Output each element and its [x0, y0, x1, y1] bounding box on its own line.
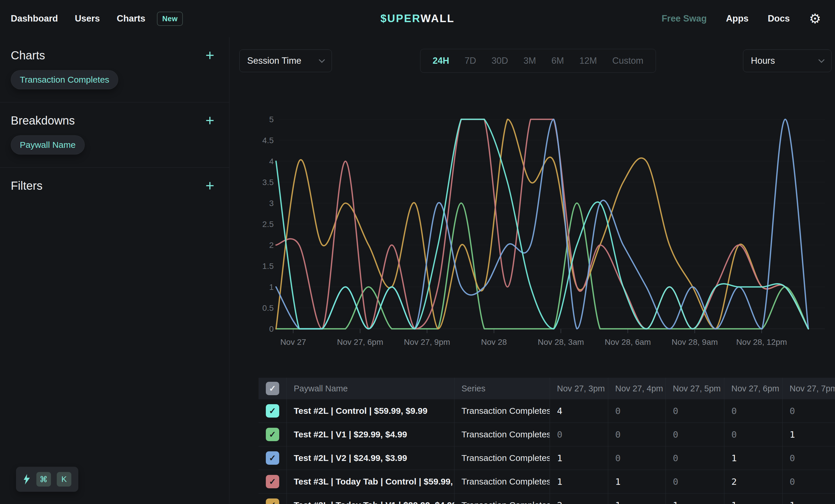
x-axis-tick-label: Nov 27, 6pm	[337, 338, 383, 346]
breakdowns-section-title: Breakdowns	[11, 114, 75, 127]
value-cell: 1	[608, 493, 666, 504]
y-axis-tick-label: 5	[269, 115, 274, 124]
value-cell: 0	[666, 446, 724, 470]
value-cell: 1	[550, 470, 608, 493]
metric-select[interactable]: Session Time	[239, 49, 332, 72]
value-cell: 1	[782, 423, 835, 446]
row-checkbox[interactable]: ✓	[266, 451, 279, 465]
range-tab-7d[interactable]: 7D	[465, 56, 476, 66]
chip-transaction-completes[interactable]: Transaction Completes	[11, 70, 118, 89]
y-axis-tick-label: 2.5	[262, 220, 274, 229]
chevron-down-icon	[319, 57, 325, 63]
row-checkbox[interactable]: ✓	[266, 428, 279, 441]
cmd-key: ⌘	[36, 472, 51, 486]
unit-select[interactable]: Hours	[743, 49, 832, 72]
value-cell: 0	[608, 446, 666, 470]
series-cell: Transaction Completes	[454, 446, 550, 470]
y-axis-tick-label: 1	[269, 282, 274, 292]
row-checkbox-cell: ✓	[259, 446, 286, 470]
y-axis-tick-label: 3	[269, 199, 274, 208]
session-time-chart: 00.511.522.533.544.55Nov 27Nov 27, 6pmNo…	[259, 105, 835, 355]
nav-item-charts[interactable]: Charts	[117, 14, 145, 24]
range-tab-6m[interactable]: 6M	[551, 56, 564, 66]
value-cell: 0	[724, 399, 782, 422]
add-filter-button plus-icon[interactable]: +	[206, 180, 218, 192]
y-axis-tick-label: 4	[269, 157, 274, 166]
superwall-logo: $UPERWALL	[381, 13, 455, 25]
value-cell: 0	[666, 399, 724, 422]
gear-icon[interactable]: ⚙	[809, 12, 821, 25]
select-all-checkbox[interactable]: ✓	[266, 382, 279, 395]
sidebar-section-breakdowns: Breakdowns + Paywall Name	[0, 102, 229, 168]
x-axis-tick-label: Nov 27	[280, 338, 306, 346]
x-axis-tick-label: Nov 28, 3am	[538, 338, 584, 346]
nav-item-apps[interactable]: Apps	[726, 14, 749, 24]
value-cell: 0	[608, 423, 666, 446]
table-row[interactable]: ✓Test #2L | V1 | $29.99, $4.99Transactio…	[259, 423, 835, 446]
nav-item-free-swag[interactable]: Free Swag	[661, 14, 707, 24]
value-cell: 0	[724, 423, 782, 446]
value-cell: 0	[666, 470, 724, 493]
value-cell: 2	[550, 493, 608, 504]
row-checkbox[interactable]: ✓	[266, 404, 279, 418]
range-tab-24h[interactable]: 24H	[433, 56, 449, 66]
value-cell: 0	[782, 470, 835, 493]
series-cell: Transaction Completes	[454, 399, 550, 422]
x-axis-tick-label: Nov 28, 9am	[672, 338, 718, 346]
row-checkbox-cell: ✓	[259, 493, 286, 504]
row-checkbox-cell: ✓	[259, 399, 286, 422]
sidebar-section-charts: Charts + Transaction Completes	[0, 37, 229, 102]
value-cell: 1	[608, 470, 666, 493]
x-axis-tick-label: Nov 27, 9pm	[404, 338, 450, 346]
table-header-series: Series	[454, 378, 550, 399]
nav-item-users[interactable]: Users	[75, 14, 100, 24]
table-row[interactable]: ✓Test #2L | V2 | $24.99, $3.99Transactio…	[259, 446, 835, 470]
value-cell: 0	[550, 423, 608, 446]
range-tabs: 24H7D30D3M6M12MCustom	[420, 49, 656, 73]
series-cell: Transaction Completes	[454, 470, 550, 493]
value-cell: 4	[550, 399, 608, 422]
value-cell: 0	[666, 423, 724, 446]
range-tab-30d[interactable]: 30D	[491, 56, 508, 66]
paywall-name-cell: Test #2L | V2 | $24.99, $3.99	[286, 446, 454, 470]
table-body: ✓Test #2L | Control | $59.99, $9.99Trans…	[259, 399, 835, 504]
row-checkbox-cell: ✓	[259, 423, 286, 446]
nav-left: Dashboard Users Charts New	[11, 12, 183, 26]
value-cell: 0	[782, 446, 835, 470]
nav-item-docs[interactable]: Docs	[768, 14, 790, 24]
value-cell: 2	[724, 470, 782, 493]
paywall-name-cell: Test #2L | Control | $59.99, $9.99	[286, 399, 454, 422]
sidebar-section-filters: Filters +	[0, 168, 229, 205]
table-row[interactable]: ✓Test #3L | Today Tab | Control | $59.99…	[259, 470, 835, 493]
paywall-name-cell: Test #3L | Today Tab | V1 | $29.99, $4.9…	[286, 493, 454, 504]
table-row[interactable]: ✓Test #2L | Control | $59.99, $9.99Trans…	[259, 399, 835, 423]
table-header-time-1: Nov 27, 3pm	[550, 378, 608, 399]
range-tab-3m[interactable]: 3M	[524, 56, 536, 66]
add-chart-button plus-icon[interactable]: +	[206, 49, 218, 62]
top-nav: Dashboard Users Charts New $UPERWALL Fre…	[0, 0, 835, 37]
x-axis-tick-label: Nov 28	[481, 338, 507, 346]
table-row[interactable]: ✓Test #3L | Today Tab | V1 | $29.99, $4.…	[259, 493, 835, 504]
value-cell: 0	[782, 399, 835, 422]
series-cell: Transaction Completes	[454, 423, 550, 446]
y-axis-tick-label: 2	[269, 240, 274, 250]
charts-section-title: Charts	[11, 49, 45, 62]
row-checkbox[interactable]: ✓	[266, 499, 279, 504]
logo-rest-text: WALL	[421, 13, 454, 24]
row-checkbox[interactable]: ✓	[266, 475, 279, 488]
range-tab-12m[interactable]: 12M	[579, 56, 597, 66]
table-header-time-4: Nov 27, 6pm	[724, 378, 782, 399]
table-header-row: ✓Paywall NameSeriesNov 27, 3pmNov 27, 4p…	[259, 378, 835, 399]
value-cell: 0	[608, 399, 666, 422]
range-tab-custom[interactable]: Custom	[612, 56, 644, 66]
y-axis-tick-label: 4.5	[262, 136, 274, 145]
chip-paywall-name[interactable]: Paywall Name	[11, 135, 85, 154]
row-checkbox-cell: ✓	[259, 470, 286, 493]
add-breakdown-button plus-icon[interactable]: +	[206, 114, 218, 127]
y-axis-tick-label: 1.5	[262, 261, 274, 271]
command-palette-shortcut[interactable]: ⌘ K	[16, 467, 78, 492]
value-cell: 1	[550, 446, 608, 470]
table-header-time-3: Nov 27, 5pm	[666, 378, 724, 399]
nav-item-dashboard[interactable]: Dashboard	[11, 14, 58, 24]
y-axis-tick-label: 0	[269, 324, 274, 334]
